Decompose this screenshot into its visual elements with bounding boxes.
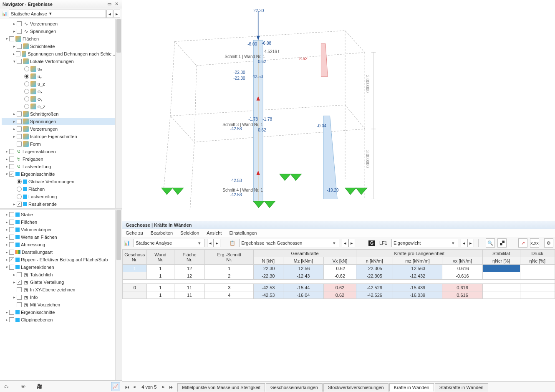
col-schnitt[interactable]: Erg.-SchnittNr. [205, 250, 254, 265]
checkbox[interactable] [9, 172, 14, 177]
table-row[interactable]: 01113-42.53-15.440.62-42.526-15.4390.616 [123, 284, 555, 291]
tree-item[interactable]: Form [2, 140, 115, 148]
tree-item[interactable]: Lastverteilung [2, 193, 115, 200]
checkbox[interactable] [9, 220, 14, 225]
expand-icon[interactable]: ▸ [4, 212, 9, 217]
col-flaeche[interactable]: FlächeNr. [174, 250, 205, 265]
expand-icon[interactable]: ▸ [12, 280, 17, 285]
tree-item[interactable]: 1 - Schnitt 1 | Wand Nr. 1 [2, 208, 115, 208]
col-mz[interactable]: Mz [kNm] [283, 257, 323, 265]
checkbox[interactable] [9, 250, 14, 255]
table-cell[interactable] [520, 272, 555, 280]
table-cell[interactable]: 0.62 [323, 284, 356, 291]
combo2-prev[interactable]: ◂ [342, 239, 348, 247]
table-cell[interactable] [520, 284, 555, 291]
col-mz2[interactable]: mz [kNm/m] [393, 257, 442, 265]
expand-icon[interactable]: ▸ [4, 242, 9, 247]
checkbox[interactable] [17, 111, 22, 116]
next-analysis-button[interactable]: ▸ [114, 10, 120, 18]
expand-icon[interactable]: ▸ [12, 21, 17, 26]
expand-icon[interactable]: ▸ [12, 272, 17, 277]
table-cell[interactable]: 2 [205, 272, 254, 280]
checkbox[interactable] [9, 235, 14, 240]
table-cell[interactable]: 1 [147, 284, 174, 291]
radio-button[interactable] [24, 89, 29, 94]
menu-gehe-zu[interactable]: Gehe zu [126, 230, 143, 235]
checkbox[interactable] [9, 265, 14, 270]
colgrp-laenge[interactable]: Kräfte pro Längeneinheit [356, 250, 482, 257]
tree-item[interactable]: Flächen [2, 185, 115, 193]
menu-bearbeiten[interactable]: Bearbeiten [151, 230, 173, 235]
toolbar-combo-analysis[interactable]: Statische Analyse ▾ [134, 239, 204, 247]
table-cell[interactable]: -0.62 [323, 272, 356, 280]
table-cell[interactable]: -12.56 [283, 265, 323, 272]
table-cell[interactable] [482, 265, 520, 272]
table-cell[interactable]: -15.439 [393, 284, 442, 291]
table-cell[interactable]: 11 [174, 284, 205, 291]
checkbox[interactable] [9, 157, 14, 162]
expand-icon[interactable]: ▸ [4, 317, 9, 322]
table-cell[interactable]: -22.30 [254, 265, 283, 272]
table-cell[interactable]: -15.44 [283, 284, 323, 291]
expand-icon[interactable]: ▸ [4, 227, 9, 232]
checkbox[interactable] [17, 29, 22, 34]
radio-button[interactable] [17, 187, 22, 192]
expand-icon[interactable]: ▸ [4, 220, 9, 225]
radio-button[interactable] [24, 81, 29, 86]
expand-icon[interactable]: ▸ [12, 126, 17, 132]
tree-item[interactable]: ▸⬔Glatte Verteilung [2, 278, 115, 286]
table-cell[interactable]: -22.305 [356, 272, 393, 280]
tree-item[interactable]: uₓ [2, 65, 115, 73]
table-cell[interactable]: -0.616 [442, 272, 482, 280]
table-cell[interactable]: -12.43 [283, 272, 323, 280]
tree-item[interactable]: ▸Spannungen und Dehnungen nach Schic... [2, 50, 115, 58]
collapse-icon[interactable]: ▾ [4, 36, 9, 41]
viewport-3d[interactable]: 22.30 -6.00 -6.08 4.5216 t Schnitt 1 | W… [122, 0, 555, 221]
tree-item[interactable]: ▸Rippen - Effektiver Beitrag auf Fläche/… [2, 256, 115, 263]
checkbox[interactable] [9, 242, 14, 247]
col-eta[interactable]: ηNcr [%] [482, 257, 520, 265]
tree-item[interactable]: ▸Stäbe [2, 211, 115, 218]
table-cell[interactable]: -42.526 [356, 284, 393, 291]
tree-item[interactable]: ▸Spannungen [2, 118, 115, 125]
table-cell[interactable]: -42.53 [254, 291, 283, 299]
table-cell[interactable]: 0.616 [442, 291, 482, 299]
decimals-button[interactable]: x.xx [530, 238, 539, 248]
combo1-prev[interactable]: ◂ [207, 239, 214, 247]
expand-icon[interactable]: ▸ [12, 44, 17, 49]
table-cell[interactable]: -16.04 [283, 291, 323, 299]
combo2-next[interactable]: ▸ [348, 239, 355, 247]
table-cell[interactable]: 0.62 [323, 291, 356, 299]
tree-item[interactable]: ▸Schichtseite [2, 43, 115, 50]
tree-item[interactable]: ▸Resultierende [2, 200, 115, 208]
col-vx2[interactable]: vx [kN/m] [442, 257, 482, 265]
table-cell[interactable]: -12.563 [393, 265, 442, 272]
tree-item[interactable]: ▸∿Verzerrungen [2, 20, 115, 28]
nav-mode-camera-button[interactable]: 🎥 [35, 382, 44, 391]
expand-icon[interactable]: ▸ [12, 51, 16, 56]
tree-item[interactable]: ▸Clippingebenen [2, 316, 115, 324]
collapse-icon[interactable]: ▾ [4, 172, 9, 177]
table-row[interactable]: 1122-22.30-12.43-0.62-22.305-12.432-0.61… [123, 272, 555, 280]
expand-icon[interactable]: ▸ [4, 157, 9, 162]
tree-item[interactable]: ⬔In XY-Ebene zeichnen [2, 286, 115, 293]
col-vx[interactable]: Vx [kN] [323, 257, 356, 265]
undock-icon[interactable]: ▭ [106, 1, 112, 7]
radio-button[interactable] [24, 104, 29, 109]
tree-item[interactable]: φₓ [2, 88, 115, 95]
tree-item[interactable]: φᵧ [2, 95, 115, 103]
checkbox[interactable] [9, 149, 14, 154]
checkbox[interactable] [17, 295, 22, 300]
tree-item[interactable]: ▸↯Lastverteilung [2, 163, 115, 170]
find-button[interactable]: 🔍 [486, 238, 495, 248]
checkbox[interactable] [16, 51, 20, 56]
export-button[interactable]: ↗ [518, 238, 527, 248]
table-cell[interactable]: 1 [205, 265, 254, 272]
tree-item[interactable]: ▾Flächen [2, 35, 115, 43]
tree-item[interactable]: Globale Verformungen [2, 178, 115, 185]
expand-icon[interactable]: ▸ [12, 111, 17, 116]
table-cell[interactable]: 1 [147, 272, 174, 280]
navigator-tree-2[interactable]: ▸Stäbe▸Flächen▸Volumenkörper▸Werte an Fl… [0, 210, 115, 380]
settings-button[interactable]: ⚙ [544, 238, 553, 248]
table-cell[interactable]: 12 [174, 272, 205, 280]
